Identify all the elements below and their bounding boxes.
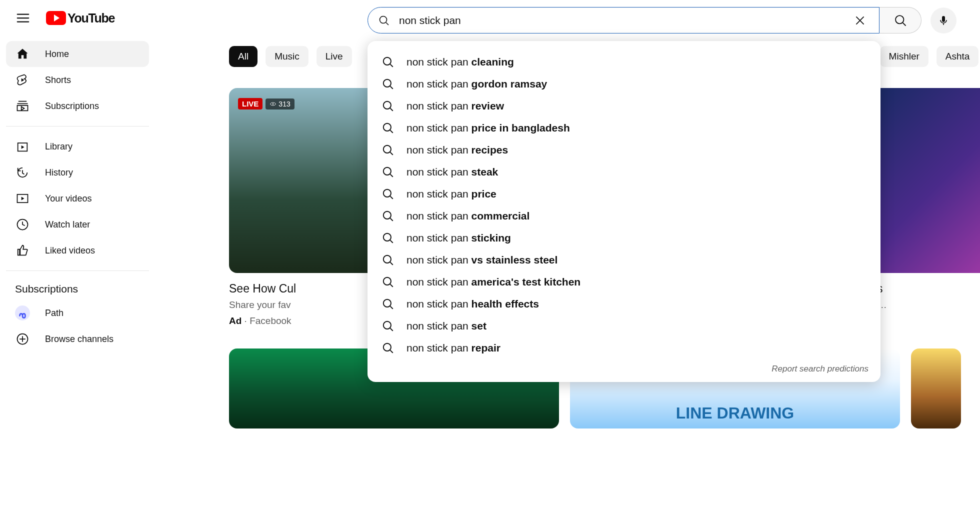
search-icon xyxy=(382,298,394,310)
sidebar-channel-path[interactable]: Path xyxy=(6,300,149,326)
chip-ashta[interactable]: Ashta xyxy=(936,46,979,67)
chip-music[interactable]: Music xyxy=(266,46,308,67)
svg-line-28 xyxy=(390,240,392,242)
library-icon xyxy=(15,139,30,154)
youtube-logo-text: YouTube xyxy=(68,11,114,26)
thumbs-up-icon xyxy=(15,243,30,258)
search-icon xyxy=(382,56,394,68)
sidebar-heading-subscriptions: Subscriptions xyxy=(6,278,149,300)
search-icon xyxy=(382,210,394,222)
svg-line-12 xyxy=(390,64,392,66)
search-icon xyxy=(382,320,394,332)
sidebar-divider xyxy=(6,270,149,271)
sidebar-item-liked-videos[interactable]: Liked videos xyxy=(6,238,149,264)
youtube-logo-mark xyxy=(46,11,66,25)
clear-search-button[interactable] xyxy=(851,12,869,30)
suggestion-text: non stick pan vs stainless steel xyxy=(406,254,558,266)
svg-line-30 xyxy=(390,262,392,264)
suggestion-text: non stick pan price in bangladesh xyxy=(406,122,570,134)
sidebar-item-label: Library xyxy=(45,142,72,152)
suggestion-text: non stick pan set xyxy=(406,320,486,332)
suggestion-text: non stick pan sticking xyxy=(406,232,511,244)
svg-point-13 xyxy=(384,80,391,87)
video-thumbnail[interactable] xyxy=(911,348,961,428)
search-suggestion-item[interactable]: non stick pan vs stainless steel xyxy=(368,249,880,271)
report-predictions-link[interactable]: Report search predictions xyxy=(368,359,880,377)
chip-all[interactable]: All xyxy=(229,46,258,67)
search-suggestion-item[interactable]: non stick pan price xyxy=(368,183,880,205)
sidebar-item-label: Home xyxy=(45,49,69,60)
search-icon xyxy=(382,166,394,178)
video-card[interactable] xyxy=(911,348,961,428)
mic-icon xyxy=(938,14,950,26)
history-icon xyxy=(15,165,30,180)
sidebar-item-home[interactable]: Home xyxy=(6,41,149,67)
shorts-icon xyxy=(15,72,30,88)
search-suggestion-item[interactable]: non stick pan cleaning xyxy=(368,51,880,73)
guide-menu-button[interactable] xyxy=(11,6,35,30)
suggestion-text: non stick pan america's test kitchen xyxy=(406,276,580,288)
search-suggestion-item[interactable]: non stick pan review xyxy=(368,95,880,117)
svg-line-18 xyxy=(390,130,392,132)
search-suggestion-item[interactable]: non stick pan health effects xyxy=(368,293,880,315)
search-suggestion-item[interactable]: non stick pan gordon ramsay xyxy=(368,73,880,95)
sidebar-item-label: Your videos xyxy=(45,194,92,204)
home-icon xyxy=(15,46,30,62)
search-suggestion-item[interactable]: non stick pan repair xyxy=(368,337,880,359)
search-input[interactable] xyxy=(399,14,851,26)
search-container xyxy=(368,7,956,34)
sidebar-item-label: Subscriptions xyxy=(45,101,99,112)
suggestion-text: non stick pan recipes xyxy=(406,144,508,156)
thumbnail-text: LINE DRAWING xyxy=(676,404,794,422)
search-icon xyxy=(378,14,390,26)
sidebar-item-watch-later[interactable]: Watch later xyxy=(6,212,149,238)
youtube-logo[interactable]: YouTube xyxy=(46,11,114,26)
search-button[interactable] xyxy=(880,7,922,34)
clock-icon xyxy=(15,217,30,232)
search-icon xyxy=(382,144,394,156)
svg-line-34 xyxy=(390,306,392,308)
svg-point-33 xyxy=(384,300,391,307)
suggestion-text: non stick pan commercial xyxy=(406,210,530,222)
svg-line-24 xyxy=(390,196,392,198)
search-suggestion-item[interactable]: non stick pan set xyxy=(368,315,880,337)
subscriptions-icon xyxy=(15,98,30,114)
svg-point-31 xyxy=(384,278,391,285)
svg-line-22 xyxy=(390,174,392,176)
suggestion-text: non stick pan repair xyxy=(406,342,500,354)
search-icon xyxy=(382,342,394,354)
search-box[interactable] xyxy=(368,7,880,34)
search-suggestion-item[interactable]: non stick pan recipes xyxy=(368,139,880,161)
chip-live[interactable]: Live xyxy=(316,46,352,67)
search-icon xyxy=(382,122,394,134)
svg-line-14 xyxy=(390,86,392,88)
svg-line-1 xyxy=(386,22,388,25)
sidebar-item-shorts[interactable]: Shorts xyxy=(6,67,149,93)
sidebar: Home Shorts Subscriptions Library Histor… xyxy=(0,36,155,357)
search-suggestion-item[interactable]: non stick pan steak xyxy=(368,161,880,183)
sidebar-item-browse-channels[interactable]: Browse channels xyxy=(6,326,149,352)
sidebar-item-library[interactable]: Library xyxy=(6,134,149,160)
search-suggestion-item[interactable]: non stick pan price in bangladesh xyxy=(368,117,880,139)
search-suggestion-item[interactable]: non stick pan sticking xyxy=(368,227,880,249)
channel-avatar-icon xyxy=(15,306,30,320)
voice-search-button[interactable] xyxy=(930,8,956,34)
svg-point-27 xyxy=(384,234,391,241)
svg-point-17 xyxy=(384,124,391,131)
chip-mishler[interactable]: Mishler xyxy=(880,46,928,67)
svg-point-29 xyxy=(384,256,391,263)
plus-circle-icon xyxy=(15,332,30,346)
sidebar-item-history[interactable]: History xyxy=(6,160,149,186)
search-suggestion-item[interactable]: non stick pan america's test kitchen xyxy=(368,271,880,293)
sidebar-item-subscriptions[interactable]: Subscriptions xyxy=(6,93,149,119)
svg-line-16 xyxy=(390,108,392,110)
svg-point-35 xyxy=(384,322,391,329)
suggestion-text: non stick pan gordon ramsay xyxy=(406,78,547,90)
sidebar-item-your-videos[interactable]: Your videos xyxy=(6,186,149,212)
svg-rect-4 xyxy=(942,16,945,22)
svg-point-11 xyxy=(384,58,391,65)
your-videos-icon xyxy=(15,191,30,206)
eye-icon xyxy=(270,100,276,108)
svg-point-15 xyxy=(384,102,391,109)
search-suggestion-item[interactable]: non stick pan commercial xyxy=(368,205,880,227)
